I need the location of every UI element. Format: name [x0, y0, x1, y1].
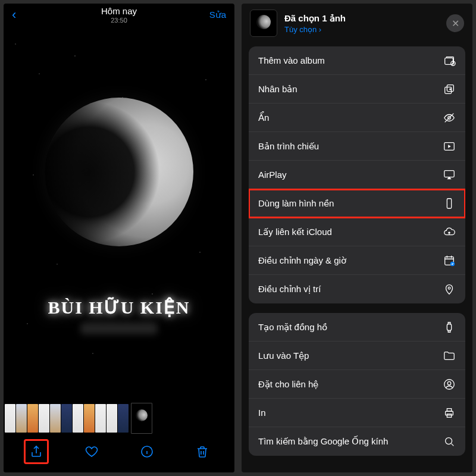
- action-label: Điều chỉnh ngày & giờ: [258, 255, 346, 266]
- action-label: Thêm vào album: [258, 55, 325, 65]
- svg-rect-17: [447, 414, 451, 417]
- action-hide[interactable]: Ẩn: [249, 104, 465, 132]
- trash-icon: [195, 444, 209, 459]
- location-pin-icon: [443, 283, 456, 296]
- photo-viewer-screen: ‹ Hôm nay 23:50 Sửa BÙI HỮU KIỆN: [4, 4, 234, 472]
- info-icon: [140, 444, 154, 459]
- delete-button[interactable]: [190, 439, 215, 464]
- info-button[interactable]: [134, 439, 159, 464]
- search-icon: [443, 435, 456, 448]
- action-add-to-album[interactable]: Thêm vào album: [249, 46, 465, 75]
- moon-graphic: [45, 98, 193, 246]
- thumbnail-current[interactable]: [131, 403, 152, 434]
- folder-icon: [443, 349, 456, 362]
- action-group-1: Thêm vào album Nhân bản Ẩn Bản trình chi…: [249, 46, 465, 303]
- thumbnail[interactable]: [39, 404, 49, 433]
- printer-icon: [443, 406, 456, 419]
- action-label: Điều chỉnh vị trí: [258, 284, 321, 295]
- action-create-watch-face[interactable]: Tạo mặt đồng hồ: [249, 313, 465, 342]
- svg-rect-15: [446, 411, 453, 415]
- thumbnail[interactable]: [27, 404, 38, 433]
- svg-point-11: [448, 287, 450, 289]
- svg-rect-12: [447, 324, 451, 330]
- header-title: Hôm nay: [4, 6, 234, 16]
- share-button[interactable]: [24, 439, 49, 464]
- thumbnail-strip[interactable]: [4, 401, 234, 436]
- play-rect-icon: [443, 140, 456, 153]
- thumbnail[interactable]: [95, 404, 106, 433]
- svg-rect-8: [447, 198, 451, 208]
- action-slideshow[interactable]: Bản trình chiếu: [249, 132, 465, 161]
- header-title-block: Hôm nay 23:50: [4, 6, 234, 24]
- sheet-options-link[interactable]: Tùy chọn ›: [284, 25, 439, 34]
- contact-icon: [443, 378, 456, 391]
- action-label: Tìm kiếm bằng Google Ống kính: [258, 436, 388, 447]
- svg-point-14: [447, 381, 451, 385]
- action-print[interactable]: In: [249, 399, 465, 427]
- close-button[interactable]: ✕: [446, 14, 464, 32]
- duplicate-icon: [443, 83, 456, 96]
- calendar-edit-icon: [443, 254, 456, 267]
- photo-caption-blurred: [4, 322, 234, 337]
- edit-button[interactable]: Sửa: [209, 10, 226, 20]
- photo-canvas[interactable]: BÙI HỮU KIỆN: [4, 26, 234, 401]
- watch-icon: [443, 321, 456, 334]
- thumbnail[interactable]: [50, 404, 61, 433]
- action-label: Ẩn: [258, 112, 269, 123]
- thumbnail[interactable]: [5, 404, 15, 433]
- action-label: Dùng làm hình nền: [258, 198, 334, 209]
- action-icloud-link[interactable]: Lấy liên kết iCloud: [249, 218, 465, 246]
- svg-rect-16: [447, 408, 451, 411]
- action-label: In: [258, 408, 266, 418]
- favorite-button[interactable]: [79, 439, 104, 464]
- thumbnail[interactable]: [107, 404, 117, 433]
- action-group-2: Tạo mặt đồng hồ Lưu vào Tệp Đặt cho liên…: [249, 313, 465, 456]
- sheet-title-block: Đã chọn 1 ảnh Tùy chọn ›: [284, 13, 439, 34]
- action-label: Đặt cho liên hệ: [258, 379, 318, 390]
- action-assign-contact[interactable]: Đặt cho liên hệ: [249, 370, 465, 399]
- action-google-lens[interactable]: Tìm kiếm bằng Google Ống kính: [249, 427, 465, 456]
- photo-caption: BÙI HỮU KIỆN: [4, 297, 234, 318]
- action-airplay[interactable]: AirPlay: [249, 161, 465, 189]
- thumbnail[interactable]: [61, 404, 72, 433]
- thumbnail[interactable]: [73, 404, 83, 433]
- thumbnail[interactable]: [84, 404, 95, 433]
- sheet-body[interactable]: Thêm vào album Nhân bản Ẩn Bản trình chi…: [242, 43, 472, 472]
- photo-toolbar: [4, 436, 234, 472]
- close-icon: ✕: [452, 18, 459, 29]
- sheet-header: Đã chọn 1 ảnh Tùy chọn › ✕: [242, 4, 472, 43]
- svg-rect-7: [444, 170, 455, 177]
- action-label: Bản trình chiếu: [258, 141, 319, 152]
- action-label: Lưu vào Tệp: [258, 350, 309, 361]
- action-save-to-files[interactable]: Lưu vào Tệp: [249, 342, 465, 370]
- share-icon: [29, 444, 43, 459]
- share-sheet-screen: Đã chọn 1 ảnh Tùy chọn › ✕ Thêm vào albu…: [242, 4, 472, 472]
- cloud-link-icon: [443, 226, 456, 239]
- eye-slash-icon: [443, 111, 456, 124]
- thumbnail[interactable]: [16, 404, 27, 433]
- action-duplicate[interactable]: Nhân bản: [249, 75, 465, 104]
- action-label: AirPlay: [258, 170, 287, 180]
- airplay-icon: [443, 168, 456, 181]
- back-chevron-icon[interactable]: ‹: [12, 8, 16, 21]
- action-use-as-wallpaper[interactable]: Dùng làm hình nền: [249, 189, 465, 218]
- heart-icon: [84, 444, 99, 459]
- thumbnail[interactable]: [118, 404, 129, 433]
- album-add-icon: [443, 54, 456, 67]
- action-label: Nhân bản: [258, 84, 298, 95]
- phone-icon: [443, 197, 456, 210]
- svg-point-18: [446, 438, 452, 444]
- header-time: 23:50: [4, 17, 234, 24]
- action-adjust-location[interactable]: Điều chỉnh vị trí: [249, 275, 465, 303]
- action-adjust-date[interactable]: Điều chỉnh ngày & giờ: [249, 246, 465, 275]
- sheet-title: Đã chọn 1 ảnh: [284, 13, 439, 24]
- sheet-thumbnail: [250, 10, 277, 37]
- action-label: Tạo mặt đồng hồ: [258, 322, 327, 333]
- action-label: Lấy liên kết iCloud: [258, 227, 332, 237]
- photo-header: ‹ Hôm nay 23:50 Sửa: [4, 4, 234, 26]
